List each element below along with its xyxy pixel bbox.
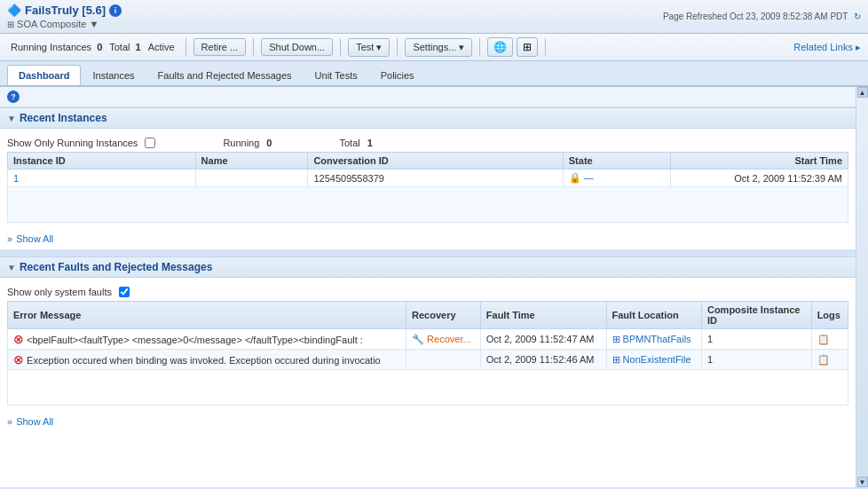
refresh-text: Page Refreshed Oct 23, 2009 8:52:38 AM P…: [663, 12, 848, 21]
shutdown-button[interactable]: Shut Down...: [261, 38, 333, 56]
table-row: 1 1254509558379 🔒 — Oct 2, 2009 11:52:39…: [8, 170, 848, 187]
active-label: Active: [145, 42, 178, 52]
empty-row: [8, 187, 848, 223]
col-logs: Logs: [811, 302, 848, 329]
lock-icon: 🔒: [569, 172, 581, 183]
instances-show-all-link[interactable]: » Show All: [7, 233, 848, 244]
toolbar: Running Instances 0 Total 1 Active Retir…: [0, 34, 868, 61]
col-composite-id: Composite InstanceID: [701, 302, 811, 329]
recover-icon-1: 🔧: [412, 334, 424, 344]
instances-collapse-icon[interactable]: ▼: [7, 114, 16, 123]
show-running-label: Show Only Running Instances: [7, 138, 138, 148]
faults-header-row: Error Message Recovery Fault Time Fault …: [8, 302, 848, 329]
cell-fault-time-2: Oct 2, 2009 11:52:46 AM: [480, 350, 606, 370]
running-label-2: Running: [223, 138, 259, 148]
separator-4: [397, 38, 398, 56]
app-title: 🔷 FailsTruly [5.6] i: [7, 4, 122, 17]
settings-button[interactable]: Settings... ▾: [405, 38, 472, 57]
tabs: Dashboard Instances Faults and Rejected …: [0, 61, 868, 87]
total-label: Total: [106, 42, 133, 52]
recent-faults-header: ▼ Recent Faults and Rejected Messages: [0, 256, 856, 278]
show-system-faults-label: Show only system faults: [7, 287, 112, 297]
app-subtitle[interactable]: ⊞ SOA Composite ▼: [7, 19, 122, 29]
total-label-2: Total: [339, 138, 359, 148]
cell-fault-location-1[interactable]: ⊞ BPMNThatFails: [606, 329, 701, 350]
tab-dashboard[interactable]: Dashboard: [7, 65, 81, 85]
faults-show-all-link[interactable]: » Show All: [7, 416, 848, 427]
cell-fault-location-2[interactable]: ⊞ NonExistentFile: [606, 350, 701, 370]
related-links[interactable]: Related Links ▸: [793, 42, 861, 53]
show-system-faults-checkbox[interactable]: [119, 287, 130, 297]
separator-3: [340, 38, 341, 56]
col-instance-id: Instance ID: [8, 153, 196, 170]
active-group: Active: [145, 42, 178, 52]
app-header: 🔷 FailsTruly [5.6] i ⊞ SOA Composite ▼ P…: [0, 0, 868, 34]
recent-instances-content: Show Only Running Instances Running 0 To…: [0, 129, 856, 228]
col-error-message: Error Message: [8, 302, 406, 329]
grid-button[interactable]: ⊞: [517, 37, 538, 57]
separator-6: [545, 38, 546, 56]
scrollbar[interactable]: ▲ ▼: [856, 87, 868, 487]
separator-1: [185, 38, 186, 56]
total-count: 1: [136, 42, 141, 52]
table-row: ⊗ <bpelFault><faultType> <message>0</mes…: [8, 329, 848, 350]
col-fault-time: Fault Time: [480, 302, 606, 329]
scroll-up[interactable]: ▲: [857, 87, 868, 98]
col-start-time: Start Time: [671, 153, 848, 170]
recent-instances-header: ▼ Recent Instances: [0, 107, 856, 129]
cell-instance-id[interactable]: 1: [8, 170, 196, 187]
scroll-down[interactable]: ▼: [857, 477, 868, 487]
instances-table: Instance ID Name Conversation ID State S…: [7, 152, 848, 223]
col-recovery: Recovery: [406, 302, 481, 329]
col-name: Name: [195, 153, 308, 170]
recent-faults-section: ▼ Recent Faults and Rejected Messages Sh…: [0, 256, 856, 432]
soa-icon: ⊞: [7, 20, 14, 29]
cell-logs-2[interactable]: 📋: [811, 350, 848, 370]
faults-filter-row: Show only system faults: [7, 283, 848, 301]
main-content: ? ▼ Recent Instances Show Only Running I…: [0, 87, 868, 487]
composite-icon-1: ⊞: [612, 334, 620, 344]
refresh-icon[interactable]: ↻: [854, 12, 861, 21]
instances-header-row: Instance ID Name Conversation ID State S…: [8, 153, 848, 170]
cell-logs-1[interactable]: 📋: [811, 329, 848, 350]
show-all-chevron: »: [7, 233, 12, 244]
running-count: 0: [97, 42, 102, 52]
test-button[interactable]: Test ▾: [348, 38, 390, 57]
help-icon[interactable]: ?: [7, 91, 20, 103]
subtitle-text: SOA Composite ▼: [17, 19, 99, 29]
state-dash: —: [584, 172, 594, 183]
running-count-2: 0: [266, 138, 272, 148]
cell-start-time: Oct 2, 2009 11:52:39 AM: [671, 170, 848, 187]
col-state: State: [563, 153, 670, 170]
faults-table: Error Message Recovery Fault Time Fault …: [7, 301, 848, 406]
content-area: ? ▼ Recent Instances Show Only Running I…: [0, 87, 856, 487]
app-icon: 🔷: [7, 4, 21, 17]
recent-faults-content: Show only system faults Error Message Re…: [0, 278, 856, 411]
tab-instances[interactable]: Instances: [81, 65, 146, 85]
instances-show-all-text: Show All: [16, 233, 53, 244]
cell-error-2: ⊗ Exception occured when binding was inv…: [8, 350, 406, 370]
retire-button[interactable]: Retire ...: [193, 38, 247, 56]
cell-conversation-id: 1254509558379: [308, 170, 563, 187]
faults-collapse-icon[interactable]: ▼: [7, 263, 16, 272]
tab-policies[interactable]: Policies: [369, 65, 426, 85]
recent-faults-title: Recent Faults and Rejected Messages: [20, 261, 212, 273]
cell-error-1: ⊗ <bpelFault><faultType> <message>0</mes…: [8, 329, 406, 350]
refresh-info: Page Refreshed Oct 23, 2009 8:52:38 AM P…: [663, 12, 861, 21]
show-running-checkbox[interactable]: [145, 138, 155, 148]
show-all-chevron-2: »: [7, 416, 12, 427]
globe-button[interactable]: 🌐: [487, 37, 513, 57]
cell-recovery-1[interactable]: 🔧 Recover...: [406, 329, 481, 350]
separator-5: [479, 38, 480, 56]
instances-filter-row: Show Only Running Instances Running 0 To…: [7, 134, 848, 152]
cell-fault-time-1: Oct 2, 2009 11:52:47 AM: [480, 329, 606, 350]
separator-2: [253, 38, 254, 56]
error-icon-2: ⊗: [13, 352, 24, 367]
tab-faults[interactable]: Faults and Rejected Messages: [146, 65, 304, 85]
tab-unit-tests[interactable]: Unit Tests: [304, 65, 369, 85]
faults-show-all-row: » Show All: [0, 411, 856, 432]
info-icon[interactable]: i: [109, 4, 122, 17]
title-text: FailsTruly [5.6]: [25, 4, 106, 17]
cell-composite-id-1: 1: [701, 329, 811, 350]
faults-show-all-text: Show All: [16, 416, 53, 427]
